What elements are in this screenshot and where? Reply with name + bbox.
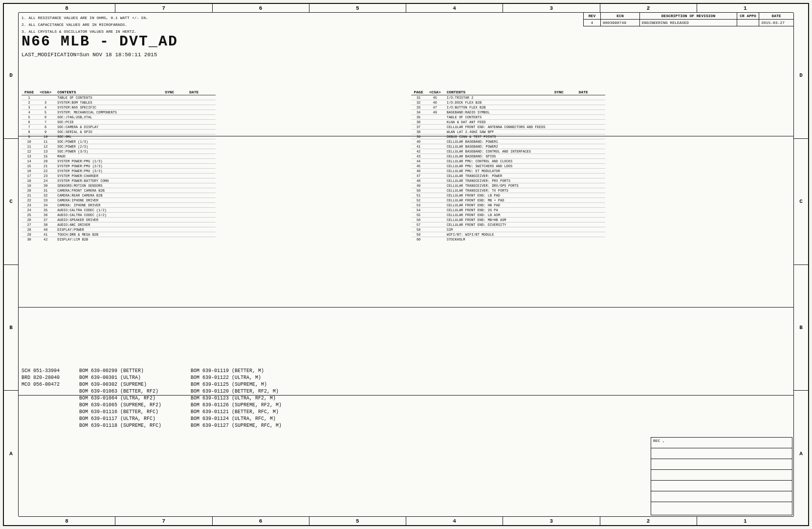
toc-left-cell: 5 [37, 110, 54, 115]
toc-left-cell [186, 149, 216, 154]
brb-row-1: REC , [651, 438, 792, 448]
toc-right-cell [426, 149, 444, 154]
toc-left-cell [186, 139, 216, 144]
toc-left-cell: 33 [37, 198, 54, 203]
toc-left-cell [186, 203, 216, 208]
toc-left-cell: AUDIO:ANC DRIVER [54, 222, 162, 227]
toc-left-cell: 8 [37, 125, 54, 130]
toc-right-row: 54CELLULAR FRONT END: 2G PA [411, 208, 605, 213]
toc-left-row: 2031CAMERA:FRONT CAMERA B2B [22, 188, 216, 193]
toc-right-cell [551, 95, 576, 100]
toc-right-cell: 37 [411, 125, 426, 130]
toc-left-cell: 24 [22, 208, 37, 213]
main-title: N66 MLB - DVT_AD [22, 33, 178, 50]
toc-left-row: 1112SOC:POWER (2/3) [22, 144, 216, 149]
toc-right-cell: CELLULAR FRONT END: LB ASM [444, 213, 551, 218]
brb-rec-label: REC , [651, 438, 792, 448]
col-1-bot: 1 [697, 517, 793, 525]
ecn-col-header: ECN [601, 13, 640, 19]
toc-left-cell: 20 [37, 159, 54, 164]
toc-right-cell [426, 193, 444, 198]
toc-left-cell: 3 [37, 100, 54, 105]
toc-left-cell: TOUCH:DRB & MESA B2B [54, 232, 162, 237]
toc-left-cell: 16 [22, 169, 37, 174]
toc-left-cell [186, 227, 216, 232]
toc-right-cell: 45 [426, 95, 444, 100]
toc-left-cell: SOC:CAMERA & DISPLAY [54, 125, 162, 130]
toc-right-cell [576, 222, 605, 227]
toc-right-cell: I/O:BUTTON FLEX B2B [444, 105, 551, 110]
toc-right-row: 48CELLULAR TRANSCEIVER: PRX PORTS [411, 178, 605, 183]
toc-right-cell [551, 139, 576, 144]
toc-left-row: 2738AUDIO:ANC DRIVER [22, 222, 216, 227]
toc-left-cell: 34 [37, 203, 54, 208]
toc-right-cell [551, 125, 576, 130]
note-2: 2. ALL CAPACITANCE VALUES ARE IN MICROFA… [22, 22, 364, 28]
toc-right-cell: 56 [411, 218, 426, 222]
toc-left-row: 2637AUDIO:SPEAKER DRIVER [22, 218, 216, 222]
toc-right-cell [576, 149, 605, 154]
toc-left-cell [162, 110, 186, 115]
toc-left-cell: 26 [22, 218, 37, 222]
toc-left-row: 1930SENSORS:MOTION SENSORS [22, 183, 216, 188]
toc-right-cell [576, 227, 605, 232]
toc-right-cell: CELLULAR BASEBAND: GPIO5 [444, 154, 551, 159]
toc-left-row: 45SYSTEM: MECHANICAL COMPONENTS [22, 110, 216, 115]
toc-left-cell: 14 [22, 159, 37, 164]
toc-right-cell [426, 203, 444, 208]
toc-right-cell [551, 213, 576, 218]
toc-right-cell [576, 120, 605, 125]
toc-right-cell [426, 222, 444, 227]
brb-row-6 [651, 491, 792, 502]
toc-left-cell [186, 159, 216, 164]
toc-right-cell: 60 [411, 237, 426, 242]
toc-left-row: 2941TOUCH:DRB & MESA B2B [22, 232, 216, 237]
toc-left-row: 2132CAMERA:REAR CAMERA B2B [22, 193, 216, 198]
toc-left-cell: CAMERA:IPHONE DRIVER [54, 198, 162, 203]
toc-left-cell [162, 144, 186, 149]
toc-right-cell: CELLULAR BASEBAND: POWER1 [444, 139, 551, 144]
toc-left-cell: SYSTEM POWER:PMU (1/3) [54, 159, 162, 164]
toc-left-cell: 27 [22, 222, 37, 227]
toc-right-cell: 58 [411, 227, 426, 232]
toc-right-cell: 41 [411, 144, 426, 149]
toc-left-cell: 8 [22, 130, 37, 134]
toc-right-cell: 34 [411, 110, 426, 115]
toc-left-cell: 22 [22, 198, 37, 203]
toc-right-row: 42CELLULAR BASEBAND: CONTROL AND INTERFA… [411, 149, 605, 154]
row-c-right: C [794, 139, 808, 265]
toc-left-cell [162, 154, 186, 159]
toc-left-cell: 10 [22, 139, 37, 144]
toc-left-row: 2334CAMERA: IPHONE DRIVER [22, 203, 216, 208]
toc-left-page-header: PAGE [22, 89, 37, 95]
toc-left-cell: TABLE OF CONTENTS [54, 95, 162, 100]
brb-cell-7a [651, 502, 792, 513]
toc-right-row: 38WLAN LAT 2.4GHZ SAW BPF [411, 130, 605, 134]
toc-right-cell [426, 183, 444, 188]
toc-left-cell [186, 154, 216, 159]
toc-left-cell: 13 [37, 149, 54, 154]
toc-right-cell [426, 227, 444, 232]
toc-right-cell [576, 198, 605, 203]
toc-right-row: 46CELLULAR PMU: ET MODULATOR [411, 169, 605, 174]
bom-row: BOM 639-01065 (SUPREME, RF2)BOM 639-0112… [22, 402, 790, 408]
toc-left-row: 2536AUDIO:CALTRA CODEC (2/2) [22, 213, 216, 218]
toc-left-row: 1824SYSTEM POWER:BATTERY CONN [22, 178, 216, 183]
toc-right-cell [551, 183, 576, 188]
toc-left-cell: 40 [37, 227, 54, 232]
toc-right-cell [551, 154, 576, 159]
toc-left-cell: 30 [22, 237, 37, 242]
toc-left-cell [162, 105, 186, 110]
toc-right-row: 56CELLULAR FRONT END: MB+HB ASM [411, 218, 605, 222]
toc-right-cell: CELLULAR TRANSCEIVER: POWER [444, 174, 551, 178]
toc-right-cell [576, 134, 605, 139]
bom-right-entry: BOM 639-01119 (BETTER, M) [191, 368, 318, 374]
toc-right-cell: 39 [411, 134, 426, 139]
row-b-left: B [4, 265, 18, 391]
toc-left-row: 1420SYSTEM POWER:PMU (1/3) [22, 159, 216, 164]
toc-left-row: 78SOC:CAMERA & DISPLAY [22, 125, 216, 130]
bom-right-entry: BOM 639-01120 (BETTER, RF2, M) [191, 389, 318, 394]
toc-left-cell [162, 95, 186, 100]
toc-left-sync-header: SYNC [162, 89, 186, 95]
row-c-left: C [4, 139, 18, 265]
